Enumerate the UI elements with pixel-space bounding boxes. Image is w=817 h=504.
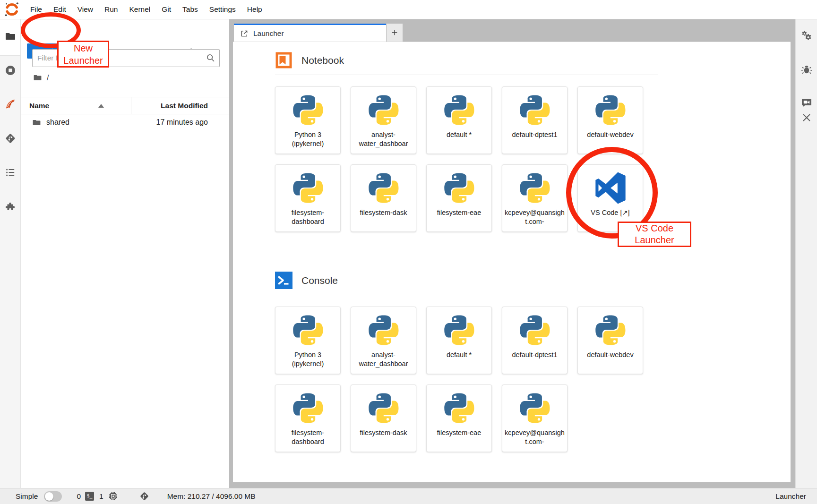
terminal-icon[interactable]: $_ xyxy=(85,492,94,501)
launcher-card-label: filesystem-dask xyxy=(360,428,407,437)
launcher-card-label: kcpevey@quansight.com- xyxy=(505,208,565,226)
python-logo-icon xyxy=(444,173,474,203)
launcher-card-label: filesystem-eae xyxy=(437,428,481,437)
breadcrumb[interactable]: / xyxy=(33,73,49,82)
launcher-card-default-dptest1[interactable]: default-dptest1 xyxy=(502,307,568,374)
python-logo-icon xyxy=(444,315,474,345)
python-logo-icon xyxy=(520,315,550,345)
breadcrumb-root[interactable]: / xyxy=(47,74,49,82)
launcher-section-console: ConsolePython 3 (ipykernel)analyst-water… xyxy=(275,272,791,452)
menu-settings[interactable]: Settings xyxy=(204,5,241,14)
python-logo-icon xyxy=(293,95,323,125)
menu-edit[interactable]: Edit xyxy=(48,5,72,14)
launcher-card-default[interactable]: default * xyxy=(426,307,492,374)
python-logo-icon xyxy=(369,315,399,345)
notebook-section-header: Notebook xyxy=(275,51,791,69)
main-dock-panel: Launcher NotebookPython 3 (ipykernel)ana… xyxy=(229,19,795,488)
close-icon[interactable] xyxy=(801,112,812,123)
launcher-card-python-3-ipykernel[interactable]: Python 3 (ipykernel) xyxy=(275,86,341,154)
launcher-card-analyst-water-dashboar[interactable]: analyst-water_dashboar xyxy=(351,307,416,374)
file-list-header: Name Last Modified xyxy=(21,97,229,114)
git-status-icon[interactable] xyxy=(139,491,149,501)
kernel-count[interactable]: 1 xyxy=(99,492,103,501)
launcher-card-default-webdev[interactable]: default-webdev xyxy=(577,86,643,154)
property-inspector-icon[interactable] xyxy=(801,30,812,41)
launcher-card-default-webdev[interactable]: default-webdev xyxy=(577,307,643,374)
python-logo-icon xyxy=(444,95,474,125)
git-icon[interactable] xyxy=(5,133,16,144)
menu-file[interactable]: File xyxy=(25,5,48,14)
simple-mode-label: Simple xyxy=(16,492,38,501)
search-icon xyxy=(206,53,215,63)
launcher-card-default[interactable]: default * xyxy=(426,86,492,154)
menu-view[interactable]: View xyxy=(72,5,99,14)
terminal-count[interactable]: 0 xyxy=(77,492,81,501)
launcher-card-filesystem-eae[interactable]: filesystem-eae xyxy=(426,384,492,452)
column-header-name[interactable]: Name xyxy=(29,102,49,110)
launcher-card-default-dptest1[interactable]: default-dptest1 xyxy=(502,86,568,154)
launcher-card-label: Python 3 (ipykernel) xyxy=(278,130,338,148)
launcher-card-row: Python 3 (ipykernel)analyst-water_dashbo… xyxy=(275,307,791,374)
file-browser-icon[interactable] xyxy=(5,31,16,42)
new-tab-button[interactable] xyxy=(387,24,403,42)
launcher-card-filesystem-eae[interactable]: filesystem-eae xyxy=(426,164,492,232)
tab-launcher[interactable]: Launcher xyxy=(234,24,386,42)
memory-usage: Mem: 210.27 / 4096.00 MB xyxy=(167,492,256,501)
column-header-modified[interactable]: Last Modified xyxy=(161,102,208,110)
launcher-card-label: analyst-water_dashboar xyxy=(353,350,413,368)
launcher-card-label: filesystem-dask xyxy=(360,208,407,217)
menu-help[interactable]: Help xyxy=(241,5,268,14)
launcher-card-label: kcpevey@quansight.com- xyxy=(505,428,565,446)
launcher-card-kcpevey-quansight-com[interactable]: kcpevey@quansight.com- xyxy=(502,384,568,452)
notebook-icon xyxy=(275,51,292,69)
column-divider xyxy=(131,97,131,114)
launcher-card-label: default-dptest1 xyxy=(512,130,558,139)
menu-items: FileEditViewRunKernelGitTabsSettingsHelp xyxy=(25,5,268,14)
launcher-card-analyst-water-dashboar[interactable]: analyst-water_dashboar xyxy=(351,86,416,154)
file-list: shared17 minutes ago xyxy=(21,114,229,130)
console-section-title: Console xyxy=(301,275,338,286)
launcher-card-label: default-webdev xyxy=(587,130,633,139)
running-kernels-icon[interactable] xyxy=(5,65,16,76)
plus-icon xyxy=(391,29,398,36)
launcher-card-vs-code[interactable]: VS Code [↗] xyxy=(577,164,643,232)
launcher-body: NotebookPython 3 (ipykernel)analyst-wate… xyxy=(233,47,791,482)
section-divider xyxy=(275,295,658,295)
menu-git[interactable]: Git xyxy=(156,5,177,14)
video-chat-icon[interactable] xyxy=(801,97,812,108)
simple-mode-toggle[interactable] xyxy=(44,491,62,502)
table-of-contents-icon[interactable] xyxy=(5,167,16,178)
python-logo-icon xyxy=(520,95,550,125)
launcher-card-filesystem-dashboard[interactable]: filesystem-dashboard xyxy=(275,384,341,452)
file-row-shared[interactable]: shared17 minutes ago xyxy=(21,114,229,130)
kernel-chip-icon[interactable] xyxy=(108,491,119,502)
extensions-icon[interactable] xyxy=(5,201,16,213)
file-browser-panel: + / Name Last Modified shared17 minutes … xyxy=(21,19,229,488)
status-context-label: Launcher xyxy=(775,492,806,501)
launcher-card-label: analyst-water_dashboar xyxy=(353,130,413,148)
tab-launcher-label: Launcher xyxy=(253,29,284,38)
launcher-card-filesystem-dask[interactable]: filesystem-dask xyxy=(351,384,416,452)
launcher-card-filesystem-dashboard[interactable]: filesystem-dashboard xyxy=(275,164,341,232)
launcher-card-kcpevey-quansight-com[interactable]: kcpevey@quansight.com- xyxy=(502,164,568,232)
debugger-icon[interactable] xyxy=(801,64,812,75)
toggle-knob xyxy=(45,492,53,501)
python-logo-icon xyxy=(293,173,323,203)
filter-input[interactable] xyxy=(32,49,220,67)
launcher-section-notebook: NotebookPython 3 (ipykernel)analyst-wate… xyxy=(275,51,791,232)
python-logo-icon xyxy=(293,315,323,345)
launcher-card-python-3-ipykernel[interactable]: Python 3 (ipykernel) xyxy=(275,307,341,374)
file-name: shared xyxy=(46,118,69,127)
tab-bar: Launcher xyxy=(234,24,403,42)
python-logo-icon xyxy=(595,315,626,345)
right-activity-bar xyxy=(795,19,817,488)
menu-tabs[interactable]: Tabs xyxy=(177,5,204,14)
file-modified: 17 minutes ago xyxy=(156,118,208,127)
launcher-card-filesystem-dask[interactable]: filesystem-dask xyxy=(351,164,416,232)
menu-run[interactable]: Run xyxy=(99,5,123,14)
environment-icon[interactable] xyxy=(5,98,16,110)
sort-ascending-icon[interactable] xyxy=(98,104,104,108)
menu-kernel[interactable]: Kernel xyxy=(123,5,156,14)
notebook-section-title: Notebook xyxy=(301,55,344,66)
launcher-panel: NotebookPython 3 (ipykernel)analyst-wate… xyxy=(233,42,791,482)
